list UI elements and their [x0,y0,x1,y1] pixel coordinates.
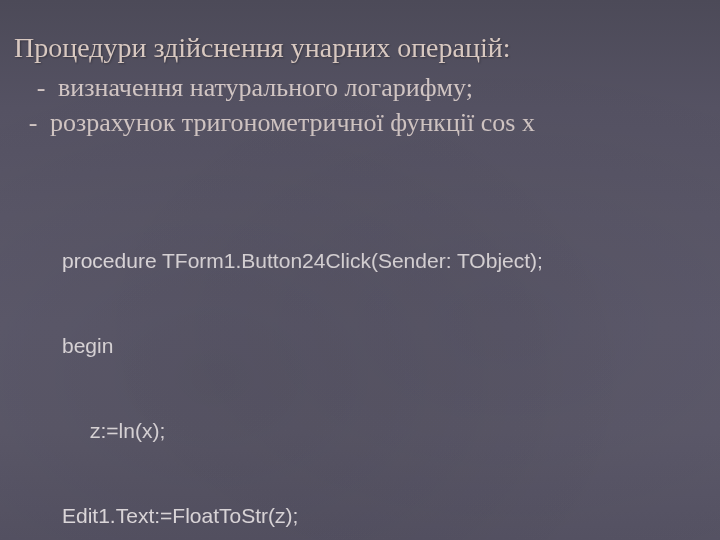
code-line: procedure TForm1.Button24Click(Sender: T… [62,247,680,275]
code-line: z:=ln(x); [62,417,680,445]
code-block: procedure TForm1.Button24Click(Sender: T… [62,190,680,540]
slide-title: Процедури здійснення унарних операцій: [14,30,706,65]
bullet-dash-icon: - [24,105,42,140]
bullet-list: - визначення натурального логарифму; - р… [14,70,706,140]
title-text: Процедури здійснення унарних операцій: [14,30,706,65]
bullet-text: розрахунок тригонометричної функції cos … [50,105,535,140]
bullet-item: - розрахунок тригонометричної функції co… [14,105,706,140]
code-line: begin [62,332,680,360]
bullet-dash-icon: - [32,70,50,105]
bullet-item: - визначення натурального логарифму; [14,70,706,105]
slide: Процедури здійснення унарних операцій: -… [0,0,720,540]
bullet-text: визначення натурального логарифму; [58,70,473,105]
code-line: Edit1.Text:=FloatToStr(z); [62,502,680,530]
